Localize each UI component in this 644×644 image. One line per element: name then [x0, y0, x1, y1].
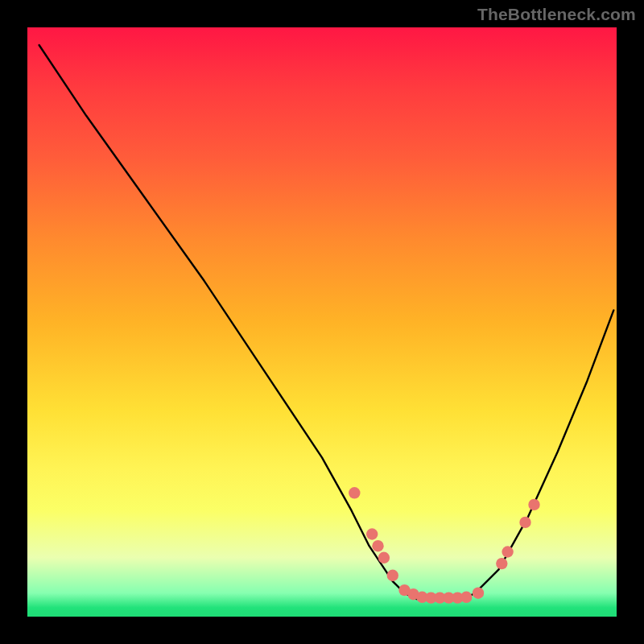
marker-dot: [496, 558, 507, 569]
marker-dot: [372, 540, 383, 551]
marker-dot: [519, 517, 530, 528]
marker-dot: [349, 487, 360, 498]
marker-dot: [378, 552, 390, 564]
bottleneck-curve: [39, 45, 614, 599]
marker-dot: [460, 592, 472, 603]
chart-frame: TheBottleneck.com: [0, 0, 644, 644]
marker-dot: [366, 528, 378, 539]
watermark-label: TheBottleneck.com: [477, 5, 636, 24]
chart-svg: [27, 27, 617, 617]
marker-dot: [502, 546, 513, 557]
marker-dot: [528, 499, 539, 510]
plot-area: [27, 27, 617, 617]
marker-dot: [387, 570, 398, 581]
marker-dot: [473, 588, 484, 599]
